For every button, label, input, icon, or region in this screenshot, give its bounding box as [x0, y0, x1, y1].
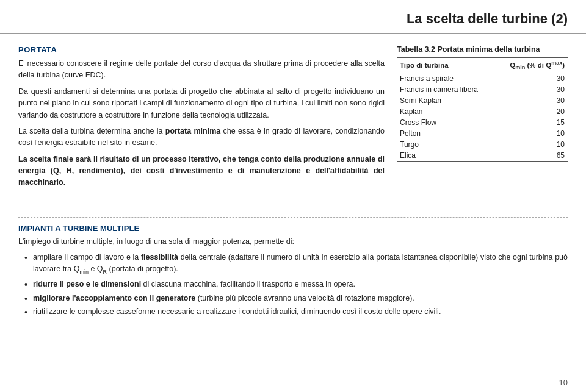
portata-paragraph4: La scelta finale sarà il risultato di un…	[18, 154, 385, 189]
portata-paragraph2: Da questi andamenti si determina una por…	[18, 86, 385, 121]
q-sup: max	[551, 60, 562, 66]
impianti-intro: L'impiego di turbine multiple, in luogo …	[18, 236, 568, 248]
bullet2-bold: ridurre il peso e le dimensioni	[33, 280, 141, 288]
q-sub: min	[515, 65, 525, 71]
page-header: La scelta delle turbine (2)	[0, 0, 586, 34]
top-section: PORTATA E' necessario conoscere il regim…	[18, 45, 568, 193]
bullet-list: ampliare il campo di lavoro e la flessib…	[18, 252, 568, 318]
turbine-value: 65	[496, 150, 568, 162]
turbine-type: Cross Flow	[397, 117, 496, 128]
table-col2-header: Qmin (% di Qmax)	[496, 58, 568, 73]
table-row: Turgo10	[397, 139, 568, 150]
turbine-type: Semi Kaplan	[397, 95, 496, 106]
table-row: Semi Kaplan30	[397, 95, 568, 106]
left-column: PORTATA E' necessario conoscere il regim…	[18, 45, 385, 193]
table-title: Tabella 3.2 Portata minima della turbina	[397, 45, 568, 54]
portata-p3-bold: portata minima	[165, 127, 220, 135]
table-row: Pelton10	[397, 128, 568, 139]
table-row: Cross Flow15	[397, 117, 568, 128]
table-body: Francis a spirale30Francis in camera lib…	[397, 73, 568, 162]
turbine-type: Turgo	[397, 139, 496, 150]
bottom-section: IMPIANTI A TURBINE MULTIPLE L'impiego di…	[18, 217, 568, 320]
turbine-type: Francis in camera libera	[397, 84, 496, 95]
bullet-item-3: migliorare l'accoppiamento con il genera…	[24, 293, 568, 304]
impianti-title: IMPIANTI A TURBINE MULTIPLE	[18, 224, 568, 233]
turbine-type: Pelton	[397, 128, 496, 139]
page-number: 10	[559, 378, 568, 387]
turbine-value: 30	[496, 84, 568, 95]
bullet-item-2: ridurre il peso e le dimensioni di ciasc…	[24, 279, 568, 290]
turbine-value: 15	[496, 117, 568, 128]
portata-paragraph1: E' necessario conoscere il regime delle …	[18, 58, 385, 82]
turbine-value: 30	[496, 95, 568, 106]
portata-title: PORTATA	[18, 45, 385, 54]
table-row: Francis a spirale30	[397, 73, 568, 85]
turbine-table: Tipo di turbina Qmin (% di Qmax) Francis…	[397, 57, 568, 162]
main-content: PORTATA E' necessario conoscere il regim…	[0, 34, 586, 326]
portata-paragraph3: La scelta della turbina determina anche …	[18, 126, 385, 149]
portata-p3-start: La scelta della turbina determina anche …	[18, 127, 165, 135]
bullet1-bold: flessibilità	[141, 253, 178, 262]
turbine-value: 20	[496, 106, 568, 117]
turbine-type: Elica	[397, 150, 496, 162]
turbine-type: Kaplan	[397, 106, 496, 117]
page-title: La scelta delle turbine (2)	[407, 11, 568, 27]
qmin-sub: min	[79, 268, 89, 274]
bullet-item-1: ampliare il campo di lavoro e la flessib…	[24, 252, 568, 276]
divider	[18, 208, 568, 208]
bullet-item-4: riutilizzare le complesse casseforme nec…	[24, 306, 568, 318]
table-col1-header: Tipo di turbina	[397, 58, 496, 73]
turbine-value: 10	[496, 128, 568, 139]
table-row: Francis in camera libera30	[397, 84, 568, 95]
page-container: La scelta delle turbine (2) PORTATA E' n…	[0, 0, 586, 392]
bullet3-bold: migliorare l'accoppiamento con il genera…	[33, 294, 195, 302]
turbine-value: 30	[496, 73, 568, 85]
qr-sub: R	[103, 268, 107, 274]
table-row: Kaplan20	[397, 106, 568, 117]
table-row: Elica65	[397, 150, 568, 162]
right-column: Tabella 3.2 Portata minima della turbina…	[397, 45, 568, 193]
turbine-value: 10	[496, 139, 568, 150]
turbine-type: Francis a spirale	[397, 73, 496, 85]
